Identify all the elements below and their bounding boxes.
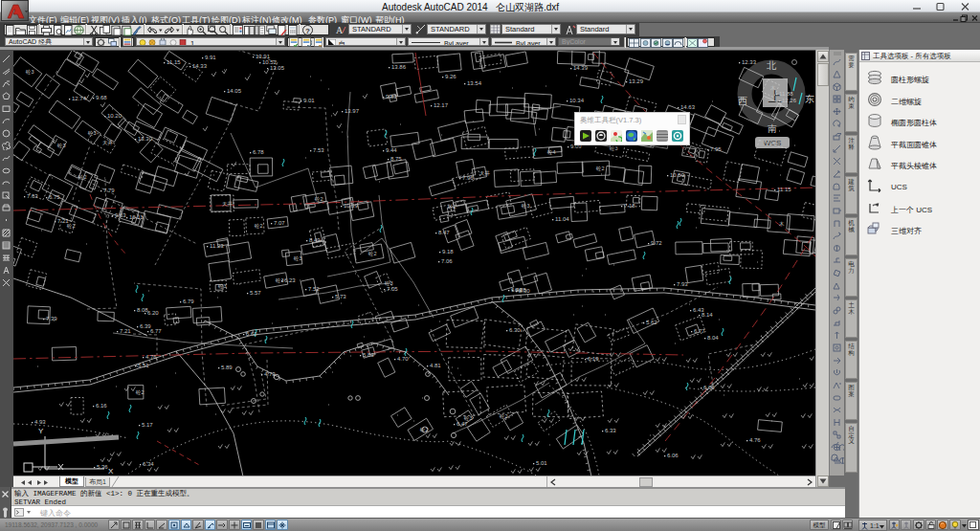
svg-text:砼3: 砼3 [275,277,284,284]
svg-text:9.63: 9.63 [115,212,126,218]
svg-text:11.23: 11.23 [210,243,224,249]
svg-text:砼3: 砼3 [463,415,473,422]
svg-text:砼2: 砼2 [368,251,377,257]
svg-text:10.39: 10.39 [344,203,359,209]
svg-text:6.30: 6.30 [509,327,521,333]
svg-text:13.30: 13.30 [138,136,153,142]
svg-text:9.18: 9.18 [442,249,454,254]
svg-text:6.75: 6.75 [49,194,60,200]
svg-text:14.33: 14.33 [192,63,208,69]
svg-text:砼3: 砼3 [217,283,227,290]
svg-text:4.70: 4.70 [397,356,409,362]
svg-text:4.93: 4.93 [34,419,46,425]
svg-text:砼2: 砼2 [447,204,457,210]
svg-text:8.04: 8.04 [707,335,719,341]
svg-text:5.57: 5.57 [250,290,261,296]
svg-text:砼3: 砼3 [56,143,66,149]
svg-text:西: 西 [738,96,747,106]
svg-text:A: A [336,25,344,35]
svg-text:砼3: 砼3 [521,203,530,210]
svg-text:10.34: 10.34 [569,98,585,103]
svg-text:6.43: 6.43 [693,307,704,313]
svg-text:砼4: 砼4 [546,149,556,156]
svg-text:9.83: 9.83 [386,94,397,100]
svg-text:木: 木 [770,85,776,91]
svg-text:砼2: 砼2 [314,196,323,203]
svg-text:13.54: 13.54 [467,80,482,86]
svg-text:南: 南 [768,123,777,134]
svg-text:7.21: 7.21 [120,328,131,334]
svg-text:天井: 天井 [102,140,114,145]
svg-text:6.23: 6.23 [284,277,296,283]
svg-text:8.08: 8.08 [137,307,148,313]
svg-text:13.86: 13.86 [391,64,407,70]
svg-text:7.63: 7.63 [27,193,38,199]
svg-text:7.06: 7.06 [441,258,453,264]
svg-text:6.77: 6.77 [150,328,162,334]
svg-text:9.72: 9.72 [651,240,662,246]
svg-text:13.29: 13.29 [629,78,644,84]
svg-text:11.04: 11.04 [555,216,569,222]
svg-text:11.88: 11.88 [779,91,793,97]
svg-text:4.73: 4.73 [264,371,276,377]
svg-text:12.74: 12.74 [72,96,87,101]
svg-text:12.33: 12.33 [742,59,757,65]
svg-text:7.93: 7.93 [677,281,688,287]
svg-text:7.52: 7.52 [308,286,320,292]
svg-text:砼3: 砼3 [293,255,302,262]
svg-text:12.17: 12.17 [434,102,449,108]
svg-text:8.75: 8.75 [390,156,402,162]
svg-text:砼2: 砼2 [66,223,76,230]
svg-text:9.68: 9.68 [96,95,107,100]
svg-text:6.19: 6.19 [588,356,599,362]
svg-text:7.53: 7.53 [313,147,324,153]
svg-text:5.89: 5.89 [221,365,233,370]
svg-text:7.07: 7.07 [274,220,285,226]
svg-text:砼3: 砼3 [25,69,34,76]
svg-text:木: 木 [779,221,785,227]
svg-text:?: ? [305,26,310,34]
svg-text:14.63: 14.63 [680,104,696,110]
svg-text:砼3: 砼3 [87,130,97,137]
svg-text:5.62: 5.62 [246,331,257,337]
svg-text:10.11: 10.11 [129,214,144,220]
svg-text:6.78: 6.78 [253,149,264,155]
svg-text:13.97: 13.97 [345,108,360,114]
svg-text:4.81: 4.81 [430,363,441,368]
svg-text:6.06: 6.06 [703,385,715,390]
svg-text:5.17: 5.17 [142,422,153,428]
svg-text:砼2: 砼2 [78,174,87,181]
svg-text:10.20: 10.20 [107,113,122,119]
svg-text:13.05: 13.05 [270,65,285,71]
svg-text:5.62: 5.62 [646,320,657,325]
svg-text:13.91: 13.91 [256,54,271,59]
svg-text:12.26: 12.26 [782,98,797,103]
svg-text:Y: Y [38,427,44,435]
svg-text:14.05: 14.05 [227,88,242,94]
svg-text:1: 1 [190,39,194,47]
svg-text:砼2: 砼2 [419,427,429,433]
svg-text:8.30: 8.30 [519,288,530,294]
svg-text:7.96: 7.96 [462,175,474,181]
svg-text:9.44: 9.44 [386,147,397,153]
svg-text:7.05: 7.05 [387,286,398,292]
svg-text:砼2: 砼2 [595,166,605,172]
svg-text:9.26: 9.26 [445,74,457,79]
svg-text:4.76: 4.76 [145,354,157,360]
svg-text:砼2: 砼2 [135,389,145,396]
svg-text:5.01: 5.01 [536,460,547,466]
svg-text:6.16: 6.16 [96,403,107,409]
svg-text:北: 北 [767,60,777,71]
svg-text:7.79: 7.79 [103,188,115,193]
svg-text:6.33: 6.33 [605,428,616,433]
svg-text:天井: 天井 [479,170,491,176]
svg-text:5.73: 5.73 [335,294,346,299]
svg-text:7.95: 7.95 [710,146,722,152]
svg-text:10.50: 10.50 [670,172,685,178]
svg-text:X: X [108,467,114,476]
svg-text:8.47: 8.47 [438,230,450,235]
svg-text:11.15: 11.15 [167,59,181,65]
svg-text:东: 东 [805,94,814,104]
svg-text:7.39: 7.39 [46,316,57,321]
svg-text:砼3: 砼3 [384,280,393,287]
